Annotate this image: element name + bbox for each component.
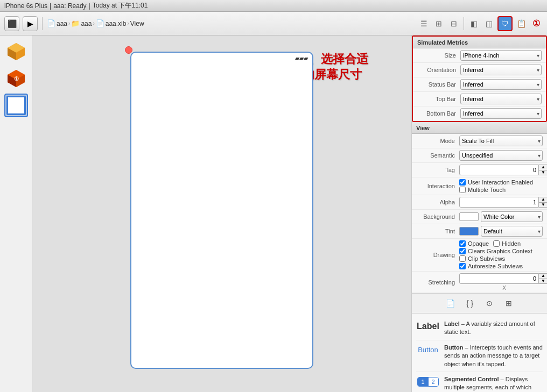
user-interaction-label: User Interaction Enabled (468, 179, 533, 186)
semantic-label: Semantic (416, 152, 459, 159)
tint-select-wrapper: Default (481, 226, 543, 237)
status-bar-select[interactable]: Inferred (460, 79, 542, 90)
sidebar-icon-cube-red[interactable]: ① (4, 67, 28, 90)
utilities-toggle-button[interactable]: 🛡 (497, 16, 513, 31)
right-panel: Simulated Metrics Size iPhone 4-inch Ori… (411, 35, 547, 392)
stretching-inputs: ▲ ▼ ▲ ▼ (459, 273, 547, 284)
attributes-inspector-icon[interactable]: ⊞ (502, 297, 515, 310)
library-section: Label Label – A variably sized amount of… (412, 313, 547, 392)
background-swatch[interactable] (459, 212, 479, 221)
breadcrumb-arrow-1: › (93, 20, 94, 26)
debug-toggle-button[interactable]: ◫ (482, 17, 495, 30)
tint-swatch[interactable] (459, 227, 479, 236)
tag-stepper-down[interactable]: ▼ (539, 170, 547, 175)
autoresize-label: Autoresize Subviews (468, 263, 523, 269)
alpha-input-row: ▲ ▼ (459, 197, 547, 208)
opaque-checkbox[interactable] (459, 240, 466, 247)
interaction-row: Interaction User Interaction Enabled Mul… (412, 177, 547, 195)
breadcrumb-label-0: aaa (57, 20, 67, 27)
drawing-control: Opaque Hidden Clears Graphics Context (459, 240, 543, 269)
breadcrumb-arrow-2: › (127, 20, 129, 26)
iphone-close-button[interactable] (125, 46, 132, 54)
breadcrumb-item-0[interactable]: 📄 aaa (47, 19, 67, 27)
nav-forward-button[interactable]: ▶ (23, 16, 38, 31)
bottom-bar-select[interactable]: Inferred (460, 108, 542, 119)
inspector-toggle-button[interactable]: 📋 (515, 17, 528, 30)
version-editor-button[interactable]: ⊟ (447, 17, 460, 30)
nav-back-button[interactable]: ⬛ (4, 16, 19, 31)
bottom-bar-row: Bottom Bar Inferred (413, 106, 546, 121)
library-item-label-icon: Label (416, 320, 440, 333)
extra-button[interactable]: ① (530, 17, 543, 30)
stretching-x-input[interactable] (459, 273, 539, 284)
standard-editor-button[interactable]: ☰ (417, 17, 430, 30)
size-select[interactable]: iPhone 4-inch (460, 50, 542, 61)
clip-subviews-checkbox[interactable] (459, 255, 466, 262)
time-label: Today at 下午11:01 (93, 1, 148, 10)
orientation-row: Orientation Inferred (413, 63, 546, 77)
stretching-x-stepper: ▲ ▼ (539, 273, 547, 284)
multiple-touch-checkbox-row[interactable]: Multiple Touch (459, 187, 533, 193)
label-visual: Label (417, 322, 439, 331)
mode-select[interactable]: Scale To Fill (459, 136, 543, 146)
autoresize-checkbox-row[interactable]: Autoresize Subviews (459, 263, 532, 269)
sidebar-icon-view[interactable] (4, 94, 28, 117)
hidden-checkbox-row[interactable]: Hidden (493, 240, 521, 247)
file-inspector-icon[interactable]: 📄 (444, 297, 457, 310)
status-bar-select-wrapper: Inferred (460, 79, 542, 90)
library-item-segmented-icon: 1 2 (416, 375, 440, 388)
bottom-icons-bar: 📄 { } ⊙ ⊞ (412, 293, 547, 313)
breadcrumb-item-3[interactable]: View (130, 20, 144, 27)
identity-inspector-icon[interactable]: ⊙ (483, 297, 496, 310)
clip-subviews-checkbox-row[interactable]: Clip Subviews (459, 255, 532, 262)
quick-help-icon[interactable]: { } (464, 297, 476, 310)
orientation-select[interactable]: Inferred (460, 65, 542, 75)
semantic-select[interactable]: Unspecified (459, 150, 543, 161)
top-bar-select-wrapper: Inferred (460, 94, 542, 104)
stretching-row: Stretching ▲ ▼ (412, 272, 547, 293)
stretching-x-down[interactable]: ▼ (539, 279, 547, 284)
background-control: White Color (459, 211, 543, 222)
breadcrumb-item-2[interactable]: 📄 aaa.xib (96, 19, 127, 27)
hidden-checkbox[interactable] (493, 240, 500, 247)
bottom-bar-control: Inferred (460, 108, 542, 119)
tint-select[interactable]: Default (481, 226, 543, 237)
breadcrumb-label-3: View (130, 20, 144, 27)
seg-btn-1: 1 (418, 377, 428, 386)
clears-graphics-checkbox[interactable] (459, 248, 466, 254)
orientation-control: Inferred (460, 65, 542, 75)
opaque-checkbox-row[interactable]: Opaque (459, 240, 489, 247)
tag-control: ▲ ▼ (459, 165, 547, 175)
background-label: Background (416, 213, 459, 220)
main-area: ① 2、选择合适 的屏幕尺寸 ▰▰▰ Simulated Metrics (0, 35, 547, 392)
library-item-button-icon: Button (416, 344, 440, 357)
size-select-wrapper: iPhone 4-inch (460, 50, 542, 61)
status-bar-label: Status Bar (417, 81, 460, 88)
alpha-input[interactable] (459, 197, 539, 208)
mode-control: Scale To Fill (459, 136, 543, 146)
tint-label: Tint (416, 228, 459, 234)
view-icon-box (6, 96, 26, 115)
sidebar-icon-cube-orange[interactable] (4, 40, 28, 63)
user-interaction-checkbox-row[interactable]: User Interaction Enabled (459, 179, 533, 186)
clears-graphics-checkbox-row[interactable]: Clears Graphics Context (459, 248, 532, 254)
navigator-toggle-button[interactable]: ◧ (467, 17, 480, 30)
title-bar: iPhone 6s Plus | aaa: Ready | Today at 下… (0, 0, 547, 12)
tag-row: Tag ▲ ▼ (412, 163, 547, 177)
background-select[interactable]: White Color (481, 211, 543, 222)
breadcrumb-item-1[interactable]: 📁 aaa (71, 19, 92, 27)
user-interaction-checkbox[interactable] (459, 179, 466, 186)
alpha-stepper-down[interactable]: ▼ (539, 203, 547, 208)
library-item-button-text: Button – Intercepts touch events and sen… (444, 344, 543, 368)
tag-stepper: ▲ ▼ (539, 165, 547, 175)
top-bar-select[interactable]: Inferred (460, 94, 542, 104)
multiple-touch-checkbox[interactable] (459, 187, 466, 193)
simulated-metrics-label: Simulated Metrics (417, 39, 468, 46)
size-label: Size (417, 52, 460, 59)
stretching-control: ▲ ▼ ▲ ▼ X (459, 273, 547, 291)
assistant-editor-button[interactable]: ⊞ (432, 17, 445, 30)
autoresize-checkbox[interactable] (459, 263, 466, 269)
library-button-sep: – (465, 344, 470, 351)
alpha-label: Alpha (416, 199, 459, 205)
tag-input[interactable] (459, 165, 539, 175)
